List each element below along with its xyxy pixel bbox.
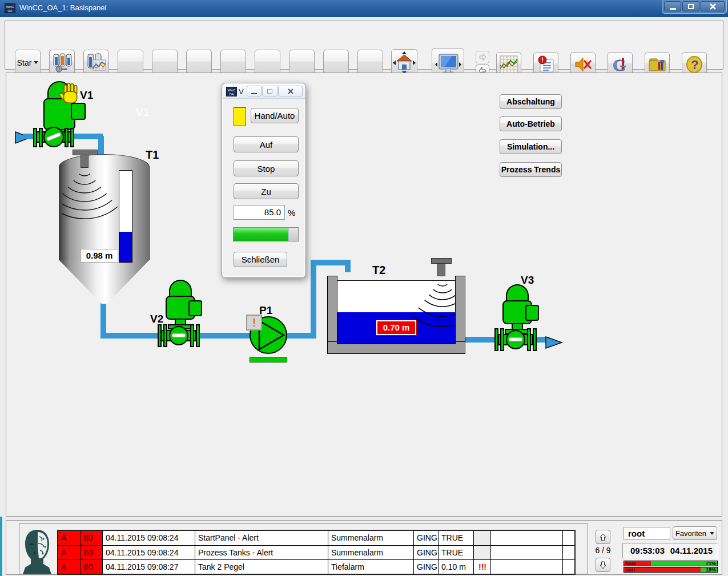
toolbar-empty-button-1[interactable] <box>118 50 143 75</box>
process-panel-button[interactable] <box>49 50 75 75</box>
valve-v3-flange <box>533 328 537 351</box>
window-titlebar[interactable]: WinC OA WinCC_OA_1: Basispanel <box>0 0 728 17</box>
alarm-value-cell: 0.10 m <box>439 560 474 574</box>
alarm-value-cell: TRUE <box>439 546 474 559</box>
hdd-value: 18% <box>701 567 717 572</box>
tank-t1-label: T1 <box>146 148 159 162</box>
start-menu-button[interactable]: Star <box>15 50 41 75</box>
alarm-page-indicator: 6 / 9 <box>592 546 614 555</box>
alarm-list-icon <box>536 55 556 74</box>
help-icon: ? <box>684 54 705 75</box>
alarm-page-down-button[interactable] <box>596 558 610 572</box>
nav-forward-button[interactable] <box>476 51 489 63</box>
alarm-source-cell: Tank 2 Pegel <box>195 560 328 574</box>
setpoint-input[interactable]: 85.0 <box>234 205 285 220</box>
valve-v2-flange <box>163 324 167 347</box>
toolbar-empty-button-2[interactable] <box>152 50 178 75</box>
chevron-down-icon <box>710 532 714 535</box>
schliessen-button[interactable]: Schließen <box>234 252 287 267</box>
page-down-icon <box>598 560 608 570</box>
zu-button[interactable]: Zu <box>234 183 299 199</box>
valve-faceplate-dialog: WinC OA V Hand/Auto Auf Stop Zu 85.0 % S… <box>222 83 306 278</box>
dialog-titlebar[interactable]: WinC OA V <box>223 84 305 99</box>
tank-t2-left-wall <box>327 276 337 345</box>
alarm-priority-cell: 60 <box>81 546 103 559</box>
clock-panel: 09:53:03 04.11.2015 <box>622 543 718 558</box>
prozess-trends-button[interactable]: Prozess Trends <box>500 162 562 177</box>
stop-button[interactable]: Stop <box>234 160 299 176</box>
window-border-strip <box>0 517 2 576</box>
valve-v3-flange <box>500 328 504 351</box>
dialog-minimize-button[interactable] <box>247 86 262 96</box>
toolbar-empty-button-6[interactable] <box>289 50 315 75</box>
alarm-direction-cell: GING <box>414 546 439 559</box>
trend-chart-icon <box>499 55 518 74</box>
user-field[interactable]: root <box>624 527 670 540</box>
tools-folder-icon <box>647 55 667 74</box>
toolbar-empty-button-4[interactable] <box>220 50 246 75</box>
dialog-close-button[interactable] <box>278 86 303 96</box>
operator-face-image <box>21 529 54 574</box>
forward-arrow-icon <box>478 53 487 62</box>
tank-t2-right-wall <box>455 276 465 345</box>
outlet-arrow <box>545 336 564 349</box>
position-progressbar <box>233 227 299 241</box>
alarm-flag-cell: !!! <box>474 560 491 574</box>
maximize-icon <box>688 4 694 9</box>
alarm-flag-cell <box>474 531 491 545</box>
dialog-app-icon: WinC OA <box>226 87 237 96</box>
ram-value: 71% <box>651 561 717 566</box>
toolbar-empty-button-8[interactable] <box>357 50 383 75</box>
valve-v3-label: V3 <box>521 274 534 287</box>
alarm-comment-cell <box>491 560 563 574</box>
svg-text:?: ? <box>691 58 698 72</box>
favoriten-dropdown[interactable]: Favoriten <box>673 526 717 540</box>
alarm-row[interactable]: A 60 04.11.2015 09:08:24 Prozess Tanks -… <box>58 545 574 559</box>
valve-v2-flange <box>158 324 162 347</box>
simulation-button[interactable]: Simulation... <box>500 139 562 154</box>
speaker-off-icon <box>573 55 593 74</box>
valve-v1-flange <box>65 128 69 147</box>
g-alert-icon: G <box>610 55 630 74</box>
alarm-row[interactable]: A 60 04.11.2015 09:08:24 StartPanel - Al… <box>58 531 574 545</box>
abschaltung-button[interactable]: Abschaltung <box>500 94 562 109</box>
alarm-ack-cell <box>563 531 573 545</box>
t1-level-display[interactable]: 0.98 m <box>81 249 118 263</box>
valve-v2-actuator-tab <box>188 300 202 316</box>
ram-usage-bar: RAM 71% <box>624 561 718 566</box>
ram-label: RAM <box>624 561 651 566</box>
auf-button[interactable]: Auf <box>234 136 299 152</box>
auto-betrieb-button[interactable]: Auto-Betrieb <box>500 116 562 131</box>
toolbar: Star <box>5 21 723 70</box>
valve-v2-flange <box>190 324 194 347</box>
home-icon <box>392 51 416 75</box>
dialog-maximize-button[interactable] <box>262 86 277 96</box>
alarm-direction-cell: GING <box>414 560 439 574</box>
process-trend-button[interactable] <box>83 50 109 75</box>
alarm-time-cell: 04.11.2015 09:08:27 <box>103 560 195 574</box>
hand-auto-button[interactable]: Hand/Auto <box>251 108 299 123</box>
maximize-button[interactable] <box>682 1 699 11</box>
tanks-trend-icon <box>86 53 107 73</box>
close-button[interactable] <box>701 1 725 11</box>
alarm-direction-cell: GING <box>414 531 439 545</box>
minimize-button[interactable] <box>664 1 681 11</box>
toolbar-empty-button-7[interactable] <box>323 50 349 75</box>
alarm-row[interactable]: A 60 04.11.2015 09:08:27 Tank 2 Pegel Ti… <box>58 559 574 574</box>
minimize-icon <box>251 93 257 94</box>
dialog-title: V <box>239 87 244 96</box>
alarm-class-cell: A <box>58 546 81 559</box>
valve-v3-disc <box>509 337 522 341</box>
toolbar-empty-button-3[interactable] <box>186 50 212 75</box>
toolbar-empty-button-5[interactable] <box>255 50 280 75</box>
pump-p1-alarm-indicator[interactable]: ! <box>246 315 262 331</box>
t1-level-gauge <box>119 170 132 263</box>
alarm-page-up-button[interactable] <box>596 530 610 544</box>
t2-level-display[interactable]: 0.70 m <box>376 320 416 335</box>
close-icon <box>288 88 293 94</box>
alarm-priority-cell: 60 <box>81 531 103 545</box>
alarm-source-cell: StartPanel - Alert <box>195 531 328 545</box>
alarm-priority-cell: 60 <box>81 560 103 574</box>
valve-v1-flange <box>33 128 37 147</box>
valve-v2-label: V2 <box>150 313 163 325</box>
